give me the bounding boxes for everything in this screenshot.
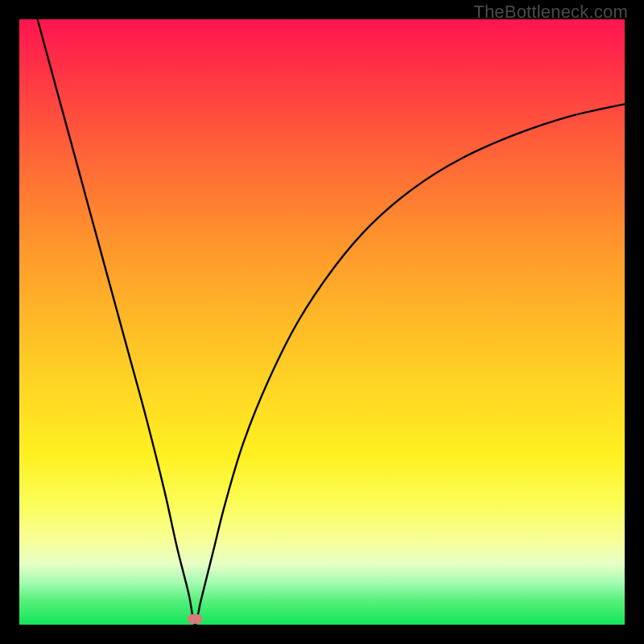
chart-frame: TheBottleneck.com — [0, 0, 644, 644]
optimum-marker — [188, 614, 202, 624]
bottleneck-curve — [19, 19, 625, 625]
plot-area — [19, 19, 625, 625]
curve-path — [38, 19, 625, 625]
watermark-text: TheBottleneck.com — [473, 2, 628, 23]
